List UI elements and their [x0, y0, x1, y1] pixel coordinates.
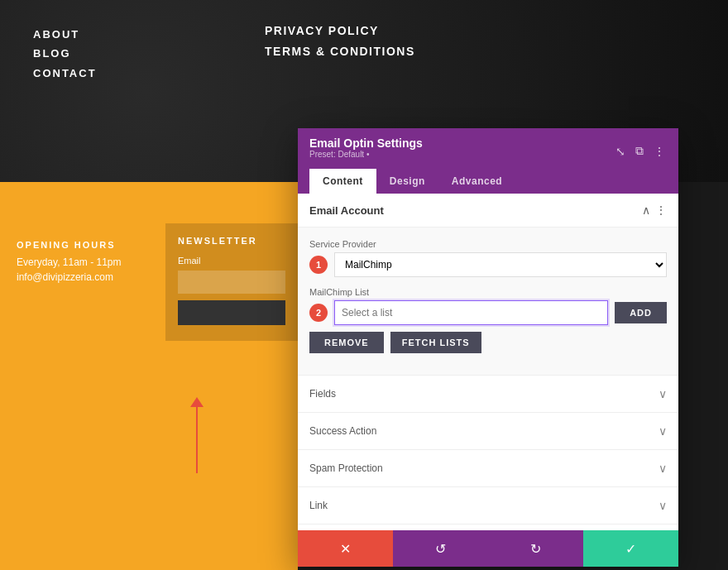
success-action-chevron: ∨	[659, 424, 667, 438]
nav-left: ABOUT BLOG CONTACT	[33, 25, 97, 83]
spam-protection-section: Spam Protection ∨	[298, 450, 678, 487]
cancel-button[interactable]: ✕	[298, 530, 393, 567]
badge-2: 2	[309, 304, 328, 322]
fields-section: Fields ∨	[298, 376, 678, 413]
service-provider-select[interactable]: MailChimp	[334, 252, 667, 277]
nav-blog[interactable]: BLOG	[33, 44, 97, 63]
mailchimp-list-group: MailChimp List 2 ADD REMOVE FETCH LISTS	[309, 287, 667, 353]
more-options-icon[interactable]: ⋮	[652, 143, 667, 160]
nav-about[interactable]: ABOUT	[33, 25, 97, 44]
newsletter-submit-button[interactable]	[178, 300, 285, 325]
fields-chevron: ∨	[659, 387, 667, 400]
opening-hours-email: info@divipizzeria.com	[17, 271, 122, 283]
remove-button[interactable]: REMOVE	[309, 332, 384, 353]
badge-1: 1	[309, 256, 328, 274]
service-provider-label: Service Provider	[309, 239, 667, 249]
success-action-title: Success Action	[309, 425, 376, 437]
newsletter-email-input[interactable]	[178, 271, 285, 294]
spam-protection-title: Spam Protection	[309, 462, 383, 474]
undo-button[interactable]: ↺	[393, 530, 488, 567]
mailchimp-list-input[interactable]	[334, 300, 608, 325]
arrow-indicator	[190, 397, 204, 473]
mailchimp-list-row: 2 ADD	[309, 300, 667, 325]
opening-hours-block: OPENING HOURS Everyday, 11am - 11pm info…	[17, 240, 122, 283]
redo-button[interactable]: ↻	[488, 530, 583, 567]
save-button[interactable]: ✓	[583, 530, 678, 567]
arrow-line	[196, 407, 198, 473]
spam-protection-chevron: ∨	[659, 462, 667, 475]
background-section: Background ∨	[298, 524, 678, 530]
background-header[interactable]: Background ∨	[298, 524, 678, 530]
email-account-form: Service Provider 1 MailChimp MailChimp L…	[298, 228, 678, 376]
newsletter-email-label: Email	[178, 256, 285, 266]
tab-design[interactable]: Design	[376, 169, 438, 194]
opening-hours-text: Everyday, 11am - 11pm	[17, 256, 122, 268]
add-button[interactable]: ADD	[615, 302, 667, 323]
collapse-icon[interactable]: ∧	[642, 204, 650, 217]
nav-terms[interactable]: TERMS & CONDITIONS	[265, 41, 415, 62]
modal-header-top: Email Optin Settings Preset: Default • ⤡…	[309, 137, 667, 165]
newsletter-box: NEWSLETTER Email	[165, 223, 298, 341]
link-section: Link ∨	[298, 487, 678, 524]
modal-header-icons: ⤡ ⧉ ⋮	[614, 142, 667, 160]
nav-right: PRIVACY POLICY TERMS & CONDITIONS	[265, 21, 415, 62]
modal-header: Email Optin Settings Preset: Default • ⤡…	[298, 128, 678, 194]
nav-contact[interactable]: CONTACT	[33, 64, 97, 83]
modal-preset: Preset: Default •	[309, 150, 423, 159]
link-title: Link	[309, 500, 328, 511]
section-header-icons: ∧ ⋮	[642, 204, 667, 217]
link-header[interactable]: Link ∨	[298, 487, 678, 524]
opening-hours-title: OPENING HOURS	[17, 240, 122, 250]
nav-privacy[interactable]: PRIVACY POLICY	[265, 21, 415, 41]
resize-icon[interactable]: ⤡	[614, 143, 627, 160]
fields-title: Fields	[309, 388, 336, 400]
service-provider-row: 1 MailChimp	[309, 252, 667, 277]
fetch-lists-button[interactable]: FETCH LISTS	[390, 332, 481, 353]
modal-tabs: Content Design Advanced	[309, 169, 667, 194]
spam-protection-header[interactable]: Spam Protection ∨	[298, 450, 678, 486]
email-account-title: Email Account	[309, 204, 384, 217]
modal-title: Email Optin Settings	[309, 137, 423, 150]
tab-advanced[interactable]: Advanced	[438, 169, 515, 194]
copy-icon[interactable]: ⧉	[634, 142, 645, 160]
action-buttons-row: REMOVE FETCH LISTS	[309, 332, 667, 353]
mailchimp-list-label: MailChimp List	[309, 287, 667, 297]
modal-body[interactable]: Email Account ∧ ⋮ Service Provider 1 Mai…	[298, 194, 678, 530]
link-chevron: ∨	[659, 499, 667, 512]
modal-footer: ✕ ↺ ↻ ✓	[298, 530, 678, 567]
tab-content[interactable]: Content	[309, 169, 376, 194]
modal-panel: Email Optin Settings Preset: Default • ⤡…	[298, 128, 678, 567]
section-more-icon[interactable]: ⋮	[655, 204, 667, 217]
modal-header-left: Email Optin Settings Preset: Default •	[309, 137, 423, 165]
service-provider-group: Service Provider 1 MailChimp	[309, 239, 667, 277]
success-action-section: Success Action ∨	[298, 413, 678, 450]
arrow-head	[190, 397, 204, 407]
fields-header[interactable]: Fields ∨	[298, 376, 678, 412]
success-action-header[interactable]: Success Action ∨	[298, 413, 678, 449]
newsletter-title: NEWSLETTER	[178, 236, 285, 246]
email-account-section-header: Email Account ∧ ⋮	[298, 194, 678, 228]
